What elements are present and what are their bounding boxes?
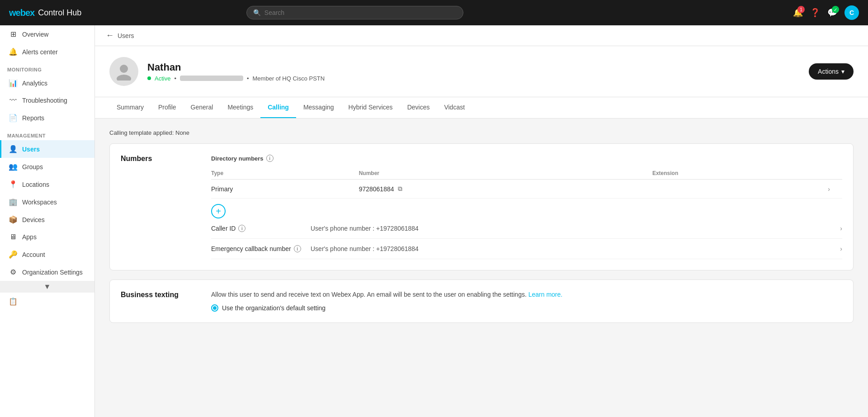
directory-numbers-info-icon[interactable]: i <box>266 155 274 162</box>
sidebar-item-label: Overview <box>22 31 48 38</box>
alerts-icon: 🔔 <box>9 47 18 56</box>
sidebar-item-org-settings[interactable]: ⚙ Organization Settings <box>0 263 94 281</box>
meta-separator2: • <box>247 75 249 82</box>
caller-id-row[interactable]: Caller ID i User's phone number : +19728… <box>211 218 842 239</box>
sidebar-item-label: Apps <box>22 233 37 241</box>
sidebar-item-workspaces[interactable]: 🏢 Workspaces <box>0 193 94 211</box>
actions-button[interactable]: Actions ▾ <box>809 63 854 80</box>
tab-calling[interactable]: Calling <box>260 97 296 118</box>
template-label: Calling template applied: <box>109 129 174 136</box>
notification-badge: 1 <box>797 6 805 13</box>
sidebar-item-reports[interactable]: 📄 Reports <box>0 109 94 127</box>
numbers-title: Numbers <box>121 155 193 163</box>
search-input[interactable] <box>264 9 457 16</box>
caller-id-arrow-icon: › <box>840 225 842 232</box>
tab-general[interactable]: General <box>184 97 221 118</box>
caller-id-value: User's phone number : +19728061884 <box>311 225 840 232</box>
overview-icon: ⊞ <box>9 30 18 38</box>
tab-profile[interactable]: Profile <box>151 97 184 118</box>
topnav: webex Control Hub 🔍 🔔 1 ❓ 💬 ✓ C <box>0 0 868 25</box>
messages-button[interactable]: 💬 ✓ <box>827 8 837 18</box>
groups-icon: 👥 <box>9 162 18 171</box>
tab-hybrid-services[interactable]: Hybrid Services <box>341 97 400 118</box>
management-section-label: MANAGEMENT <box>0 127 94 140</box>
notifications-button[interactable]: 🔔 1 <box>793 8 803 18</box>
sidebar-item-users[interactable]: 👤 Users <box>0 140 94 158</box>
sidebar-item-apps[interactable]: 🖥 Apps <box>0 228 94 246</box>
calling-template-bar: Calling template applied: None <box>109 129 854 136</box>
user-name: Nathan <box>147 62 809 73</box>
sidebar-item-label: Locations <box>22 181 49 188</box>
default-setting-radio[interactable]: Use the organization's default setting <box>211 304 842 312</box>
locations-icon: 📍 <box>9 180 18 189</box>
learn-more-link[interactable]: Learn more. <box>528 291 562 298</box>
sidebar-item-devices[interactable]: 📦 Devices <box>0 211 94 228</box>
col-number: Number <box>359 167 652 180</box>
user-org: Member of HQ Cisco PSTN <box>253 75 325 82</box>
tab-messaging[interactable]: Messaging <box>296 97 341 118</box>
business-texting-left: Business texting <box>121 291 193 312</box>
user-email-blurred <box>180 76 243 81</box>
devices-icon: 📦 <box>9 215 18 224</box>
calling-content: Calling template applied: None Numbers D… <box>95 118 868 343</box>
monitoring-section-label: MONITORING <box>0 61 94 74</box>
sidebar-item-alerts[interactable]: 🔔 Alerts center <box>0 43 94 61</box>
status-indicator <box>147 76 151 80</box>
col-extension: Extension <box>652 167 828 180</box>
radio-label: Use the organization's default setting <box>222 304 326 312</box>
numbers-section: Numbers Directory numbers i <box>110 144 853 270</box>
svg-point-0 <box>120 65 128 73</box>
file-icon: 📋 <box>9 297 18 306</box>
analytics-icon: 📊 <box>9 79 18 87</box>
user-meta: Active • • Member of HQ Cisco PSTN <box>147 75 809 82</box>
user-avatar <box>109 57 138 86</box>
help-button[interactable]: ❓ <box>810 8 820 18</box>
sidebar-item-locations[interactable]: 📍 Locations <box>0 175 94 193</box>
tab-devices[interactable]: Devices <box>400 97 437 118</box>
add-number-button[interactable]: + <box>211 204 226 218</box>
row-number: 9728061884 ⧉ <box>359 180 652 199</box>
sidebar-item-label: Devices <box>22 216 45 223</box>
sidebar-item-troubleshooting-bottom[interactable]: 📋 <box>0 293 94 310</box>
apps-icon: 🖥 <box>9 233 18 241</box>
sidebar-item-label: Troubleshooting <box>22 97 67 104</box>
row-type: Primary <box>211 180 359 199</box>
tab-vidcast[interactable]: Vidcast <box>437 97 472 118</box>
webex-logo: webex <box>9 8 34 18</box>
business-texting-card: Business texting Allow this user to send… <box>109 280 854 323</box>
business-texting-title: Business texting <box>121 291 193 299</box>
emergency-callback-info-icon[interactable]: i <box>294 245 301 252</box>
sidebar-item-analytics[interactable]: 📊 Analytics <box>0 74 94 92</box>
template-value: None <box>175 129 189 136</box>
org-settings-icon: ⚙ <box>9 268 18 276</box>
tab-meetings[interactable]: Meetings <box>220 97 260 118</box>
copy-number-button[interactable]: ⧉ <box>398 185 402 193</box>
col-type: Type <box>211 167 359 180</box>
breadcrumb: Users <box>118 32 134 39</box>
business-texting-description: Allow this user to send and receive text… <box>211 291 842 298</box>
check-badge: ✓ <box>832 6 839 13</box>
sidebar-item-groups[interactable]: 👥 Groups <box>0 158 94 175</box>
emergency-callback-row[interactable]: Emergency callback number i User's phone… <box>211 239 842 259</box>
sidebar-item-overview[interactable]: ⊞ Overview <box>0 25 94 43</box>
workspaces-icon: 🏢 <box>9 198 18 206</box>
back-button[interactable]: ← <box>106 31 114 40</box>
caller-id-info-icon[interactable]: i <box>238 225 245 232</box>
sidebar: ⊞ Overview 🔔 Alerts center MONITORING 📊 … <box>0 25 95 417</box>
table-row[interactable]: Primary 9728061884 ⧉ › <box>211 180 842 199</box>
tab-summary[interactable]: Summary <box>109 97 151 118</box>
user-avatar-button[interactable]: C <box>844 5 859 20</box>
account-icon: 🔑 <box>9 250 18 259</box>
sidebar-item-account[interactable]: 🔑 Account <box>0 246 94 263</box>
emergency-callback-value: User's phone number : +19728061884 <box>311 245 840 252</box>
emergency-callback-label: Emergency callback number i <box>211 245 311 252</box>
sidebar-item-label: Analytics <box>22 80 47 87</box>
topnav-actions: 🔔 1 ❓ 💬 ✓ C <box>793 5 859 20</box>
sidebar-item-label: Organization Settings <box>22 269 83 276</box>
sidebar-item-label: Users <box>22 146 40 153</box>
product-name: Control Hub <box>38 8 81 18</box>
main-content: ← Users Nathan Active • • Member of HQ <box>95 25 868 417</box>
sidebar-scroll-down[interactable]: ▼ <box>0 281 94 293</box>
sidebar-item-troubleshooting[interactable]: 〰 Troubleshooting <box>0 92 94 109</box>
sidebar-item-label: Groups <box>22 163 43 171</box>
